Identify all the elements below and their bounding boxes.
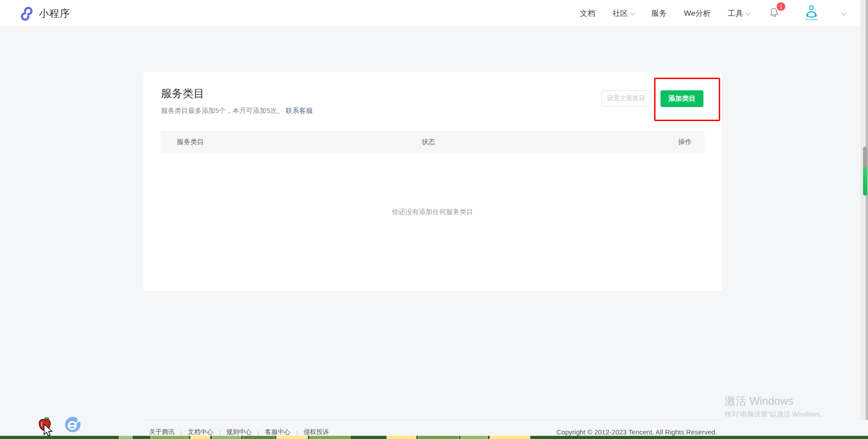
nav-item-community[interactable]: 社区 xyxy=(613,8,634,19)
svg-text:Skychaker: Skychaker xyxy=(805,18,818,21)
avatar-image: Skychaker ········· xyxy=(804,4,819,23)
background-cell xyxy=(190,436,210,439)
column-header-category: 服务类目 xyxy=(160,138,421,146)
nav-label: 工具 xyxy=(728,8,743,19)
table-header-row: 服务类目 状态 操作 xyxy=(160,131,704,153)
main-nav: 文档 社区 服务 We分析 工具 1 xyxy=(580,4,845,23)
add-category-button[interactable]: 添加类目 xyxy=(660,90,703,107)
watermark-title: 激活 Windows xyxy=(725,394,826,408)
scrollbar-edge xyxy=(866,0,868,420)
nav-item-service[interactable]: 服务 xyxy=(651,8,667,19)
nav-label: We分析 xyxy=(684,8,711,19)
nav-item-we-analysis[interactable]: We分析 xyxy=(684,8,711,19)
separator: | xyxy=(258,429,259,436)
background-cell xyxy=(243,436,274,439)
nav-item-docs[interactable]: 文档 xyxy=(580,8,595,19)
nav-item-tools[interactable]: 工具 xyxy=(728,8,750,19)
chevron-down-icon xyxy=(745,10,750,15)
top-navbar: 小程序 文档 社区 服务 We分析 工具 1 xyxy=(0,0,868,27)
brand-title: 小程序 xyxy=(39,7,70,20)
set-main-category-button[interactable]: 设置主营类目 xyxy=(601,90,651,107)
page-title: 服务类目 xyxy=(161,86,204,101)
background-cell xyxy=(151,436,189,439)
column-header-actions: 操作 xyxy=(664,138,704,146)
background-cell xyxy=(490,436,530,439)
miniprogram-logo-icon xyxy=(18,5,34,22)
background-cell xyxy=(119,436,132,439)
background-cell xyxy=(387,436,416,439)
background-window-strip xyxy=(0,436,868,439)
separator: | xyxy=(296,429,297,436)
category-table: 服务类目 状态 操作 你还没有添加任何服务类目 xyxy=(160,131,704,216)
account-chevron-icon[interactable] xyxy=(841,10,846,15)
service-category-card: 服务类目 服务类目最多添加5个，本月可添加5次。 联系客服 设置主营类目 添加类… xyxy=(143,72,722,291)
subtitle-text: 服务类目最多添加5个，本月可添加5次。 xyxy=(161,107,284,114)
watermark-subtitle: 转到“电脑设置”以激活 Windows。 xyxy=(725,410,826,419)
copyright-text: Copyright © 2012-2023 Tencent. All Right… xyxy=(557,428,717,436)
user-avatar[interactable]: Skychaker ········· xyxy=(804,4,819,23)
separator: | xyxy=(180,429,182,436)
footer-link-doc-center[interactable]: 文档中心 xyxy=(188,428,213,436)
footer-link-infringement[interactable]: 侵权投诉 xyxy=(304,428,329,436)
footer-link-support-center[interactable]: 客服中心 xyxy=(265,428,290,436)
chevron-down-icon xyxy=(630,10,635,15)
notification-badge: 1 xyxy=(777,2,785,11)
contact-support-link[interactable]: 联系客服 xyxy=(286,107,313,114)
ie-browser-icon[interactable] xyxy=(65,416,81,433)
nav-label: 文档 xyxy=(580,8,595,19)
background-cell xyxy=(310,436,350,439)
background-cell xyxy=(418,436,459,439)
svg-text:·········: ········· xyxy=(809,21,814,23)
footer-link-about-tencent[interactable]: 关于腾讯 xyxy=(149,428,175,436)
background-cell xyxy=(276,436,308,439)
footer-divider xyxy=(143,420,722,420)
footer-link-rules-center[interactable]: 规则中心 xyxy=(226,428,252,436)
brand: 小程序 xyxy=(18,5,70,22)
empty-state-text: 你还没有添加任何服务类目 xyxy=(160,153,704,216)
windows-activation-watermark: 激活 Windows 转到“电脑设置”以激活 Windows。 xyxy=(725,394,826,419)
footer-links: 关于腾讯| 文档中心| 规则中心| 客服中心| 侵权投诉 xyxy=(149,428,329,436)
scrollbar-thumb[interactable] xyxy=(863,147,867,196)
separator: | xyxy=(219,429,220,436)
column-header-status: 状态 xyxy=(421,138,664,146)
background-cell xyxy=(212,436,241,439)
page-subtitle: 服务类目最多添加5个，本月可添加5次。 联系客服 xyxy=(161,107,313,115)
nav-label: 社区 xyxy=(613,8,628,19)
apple-icon[interactable] xyxy=(38,416,52,432)
background-cell xyxy=(461,436,488,439)
notification-bell-button[interactable]: 1 xyxy=(769,6,779,20)
nav-label: 服务 xyxy=(651,8,667,19)
